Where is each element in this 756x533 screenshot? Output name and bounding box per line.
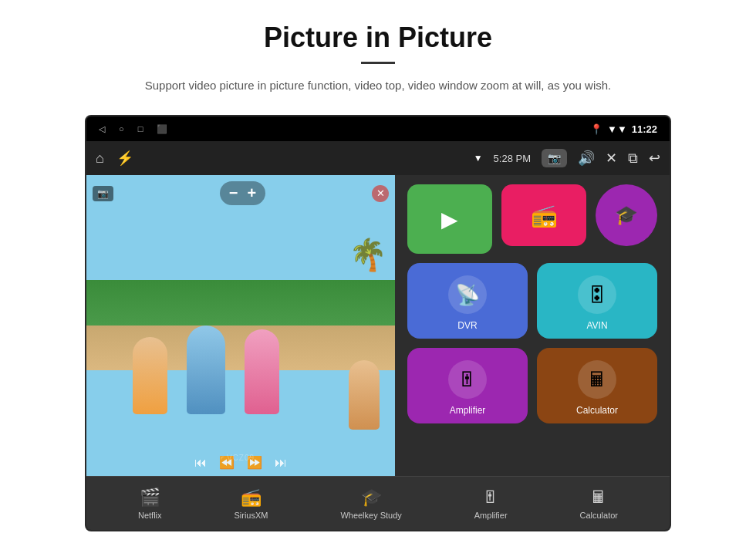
person4 [349, 360, 380, 430]
top-toolbar: ⌂ ⚡ ▼ 5:28 PM 📷 🔊 ✕ ⧉ ↩ [86, 141, 670, 175]
netflix-bottom-label: Netflix [138, 511, 162, 520]
back-button-icon[interactable]: ↩ [649, 150, 660, 167]
pip-minus-button[interactable]: − [229, 184, 238, 202]
status-bar-right: 📍 ▼▼ 11:22 [590, 123, 657, 135]
pip-plus-button[interactable]: + [248, 184, 257, 202]
siriusxm-bottom-icon: 📻 [241, 487, 262, 508]
wheelkey-bottom-label: Wheelkey Study [340, 511, 401, 520]
pip-video-area[interactable]: 🌴 📷 − + ✕ ⏮ ⏪ [86, 175, 395, 476]
close-icon[interactable]: ✕ [606, 150, 617, 167]
toolbar-right: ▼ 5:28 PM 📷 🔊 ✕ ⧉ ↩ [474, 149, 660, 167]
calculator-label: Calculator [576, 405, 618, 416]
video-scene: 🌴 [86, 175, 395, 476]
dvr-icon-symbol: 📡 [455, 283, 480, 307]
pip-controls: 📷 − + ✕ [93, 181, 389, 205]
netflix-app-placeholder[interactable]: ▶ [407, 184, 492, 254]
forward-button[interactable]: ⏭ [275, 456, 287, 470]
wheelkey-bottom-icon: 🎓 [361, 487, 382, 508]
recent-nav-icon[interactable]: □ [138, 124, 143, 133]
pip-camera-icon[interactable]: 📷 [93, 186, 113, 201]
home-nav-icon[interactable]: ○ [119, 124, 124, 133]
amplifier-bottom-label: Amplifier [474, 511, 508, 520]
avin-app-icon[interactable]: 🎛 AVIN [537, 263, 657, 339]
extra-nav-icon[interactable]: ⬛ [157, 124, 167, 134]
video-frame: 🌴 [86, 175, 395, 476]
bottom-siriusxm[interactable]: 📻 SiriusXM [234, 487, 268, 520]
amplifier-label: Amplifier [450, 405, 486, 416]
bottom-calculator[interactable]: 🖩 Calculator [580, 487, 619, 520]
calculator-icon-circle: 🖩 [578, 360, 616, 399]
home-icon[interactable]: ⌂ [96, 150, 104, 167]
usb-icon[interactable]: ⚡ [116, 150, 133, 167]
netflix-bottom-icon: 🎬 [140, 487, 160, 508]
dvr-app-icon[interactable]: 📡 DVR [407, 263, 528, 339]
window-icon[interactable]: ⧉ [628, 150, 638, 167]
bottom-netflix[interactable]: 🎬 Netflix [138, 487, 162, 520]
wheelkey-app-placeholder[interactable]: 🎓 [596, 184, 657, 246]
avin-icon-symbol: 🎛 [587, 283, 607, 307]
android-device: ◁ ○ □ ⬛ 📍 ▼▼ 11:22 ⌂ ⚡ ▼ 5:28 PM 📷 🔊 [85, 115, 671, 531]
bottom-amplifier[interactable]: 🎚 Amplifier [474, 487, 508, 520]
calculator-icon-symbol: 🖩 [587, 368, 607, 392]
back-nav-icon[interactable]: ◁ [99, 124, 105, 134]
wifi-icon: ▼ [474, 153, 483, 164]
rewind-button[interactable]: ⏮ [194, 456, 207, 470]
people-figures [133, 326, 279, 414]
calculator-app-icon[interactable]: 🖩 Calculator [537, 348, 657, 423]
page-subtitle: Support video picture in picture functio… [85, 76, 671, 95]
bottom-app-bar: 🎬 Netflix 📻 SiriusXM 🎓 Wheelkey Study 🎚 … [86, 476, 670, 530]
app-top-row: ▶ 📻 🎓 [407, 184, 657, 254]
calculator-bottom-label: Calculator [580, 511, 619, 520]
dvr-icon-circle: 📡 [448, 275, 487, 314]
tree-icon: 🌴 [349, 237, 387, 273]
person2 [187, 326, 225, 414]
siriusxm-bottom-label: SiriusXM [234, 511, 268, 520]
avin-label: AVIN [586, 320, 607, 331]
amplifier-icon-symbol: 🎚 [457, 368, 478, 392]
status-bar: ◁ ○ □ ⬛ 📍 ▼▼ 11:22 [86, 116, 670, 141]
app-grid-area: ▶ 📻 🎓 📡 DVR [395, 175, 670, 476]
amplifier-bottom-icon: 🎚 [482, 487, 499, 508]
gps-icon: 📍 [590, 123, 602, 135]
siriusxm-app-placeholder[interactable]: 📻 [501, 184, 586, 246]
amplifier-icon-circle: 🎚 [448, 360, 487, 399]
toolbar-time: 5:28 PM [494, 153, 531, 164]
app-grid-main: 📡 DVR 🎛 AVIN 🎚 Amplifi [407, 263, 657, 423]
status-bar-left: ◁ ○ □ ⬛ [99, 124, 167, 134]
watermark: VCZ09 [227, 454, 255, 462]
volume-icon[interactable]: 🔊 [578, 150, 595, 167]
toolbar-left: ⌂ ⚡ [96, 150, 133, 167]
page-title: Picture in Picture [15, 22, 741, 54]
title-divider [361, 62, 395, 64]
amplifier-app-icon[interactable]: 🎚 Amplifier [407, 348, 528, 423]
person1 [133, 337, 167, 414]
person3 [245, 329, 279, 414]
calculator-bottom-icon: 🖩 [590, 487, 607, 508]
device-wrapper: ◁ ○ □ ⬛ 📍 ▼▼ 11:22 ⌂ ⚡ ▼ 5:28 PM 📷 🔊 [0, 107, 756, 531]
dvr-label: DVR [457, 320, 477, 331]
page-header: Picture in Picture Support video picture… [0, 0, 756, 107]
camera-button[interactable]: 📷 [542, 149, 567, 167]
pip-close-button[interactable]: ✕ [372, 185, 389, 202]
bottom-wheelkey[interactable]: 🎓 Wheelkey Study [340, 487, 401, 520]
main-content: 🌴 📷 − + ✕ ⏮ ⏪ [86, 175, 670, 476]
signal-icon: ▼▼ [607, 123, 627, 135]
avin-icon-circle: 🎛 [578, 275, 616, 314]
status-time: 11:22 [632, 123, 657, 135]
pip-resize-controls: − + [220, 181, 265, 205]
